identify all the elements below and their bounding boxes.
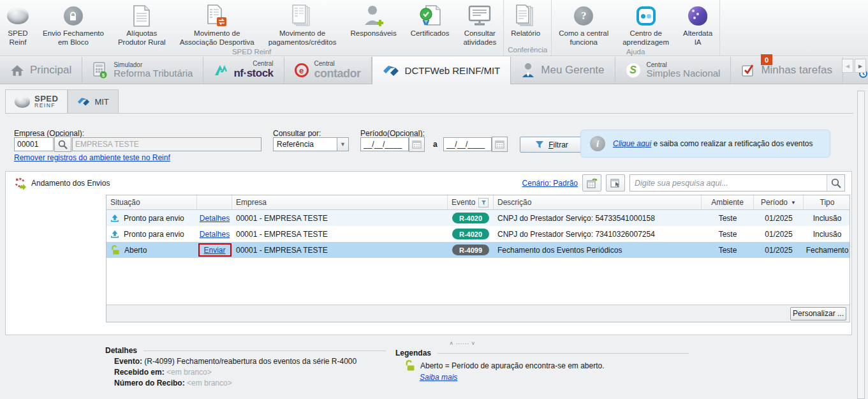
subtab-mit[interactable]: MIT xyxy=(68,89,118,113)
saiba-mais-link[interactable]: Saiba mais xyxy=(420,373,457,382)
ribbon-group-label-conferencia: Conferência xyxy=(504,45,551,56)
tab-central-simples-nacional[interactable]: S Central Simples Nacional xyxy=(615,57,732,84)
tab-simples-text: Central Simples Nacional xyxy=(647,62,721,79)
relatorio-label: Relatório xyxy=(511,29,540,38)
receita-logo-icon xyxy=(383,64,399,77)
filtrar-button[interactable]: Filtrar xyxy=(520,137,584,153)
table-row[interactable]: Pronto para envio Detalhes 00001 - EMPRE… xyxy=(107,210,850,226)
cenario-padrao-link[interactable]: Cenário: Padrão xyxy=(522,179,578,188)
question-circle-icon: ? xyxy=(574,4,593,28)
filter-funnel-icon xyxy=(535,140,544,149)
col-periodo[interactable]: Período ▼ xyxy=(754,195,804,209)
remover-registros-link[interactable]: Remover registros do ambiente teste no R… xyxy=(14,153,170,162)
tab-nfstock[interactable]: Central nf·stock xyxy=(203,57,284,84)
chevron-down-icon[interactable]: ▼ xyxy=(337,137,349,151)
scroll-tabs-right-button[interactable]: ► xyxy=(855,59,866,73)
col-situacao[interactable]: Situação xyxy=(107,195,197,209)
detalhes-link[interactable]: Detalhes xyxy=(200,230,230,239)
splitter-handle[interactable]: ˄ ∙∙∙∙∙∙ ˅ xyxy=(450,340,476,347)
tab-dctfweb-label: DCTFWeb REINF/MIT xyxy=(405,65,501,76)
movimento-pagamentos-button[interactable]: Movimento de pagamentos/créditos xyxy=(261,3,344,47)
content-area: SPED REINF MIT Empresa (Opcional): Remov… xyxy=(0,84,868,399)
tab-minhas-tarefas[interactable]: Minhas tarefas xyxy=(731,57,843,84)
evento-filter-button[interactable] xyxy=(478,198,489,207)
table-row[interactable]: Pronto para envio Detalhes 00001 - EMPRE… xyxy=(107,226,850,242)
consultar-por-select[interactable]: Referência ▼ xyxy=(273,137,349,151)
tipo-cell: Inclusão xyxy=(804,226,851,242)
col-acao[interactable] xyxy=(197,195,232,209)
descricao-cell: CNPJ do Prestador Serviço: 7341032600725… xyxy=(494,226,702,242)
svg-text:$: $ xyxy=(102,72,105,78)
certificados-button[interactable]: Certificados xyxy=(404,3,457,38)
lock-circle-icon xyxy=(64,4,83,28)
empresa-code-input[interactable] xyxy=(14,137,54,151)
clique-aqui-link[interactable]: Clique aqui xyxy=(613,139,651,148)
periodo-end-input[interactable] xyxy=(443,137,492,151)
grid-search-input[interactable] xyxy=(630,175,827,191)
consultar-atividades-button[interactable]: Consultar atividades xyxy=(456,3,503,47)
consultar-por-label: Consultar por: xyxy=(273,129,321,138)
table-row-selected[interactable]: Aberto Enviar 00001 - EMPRESA TESTE R-40… xyxy=(107,242,850,258)
sped-sphere-small-icon xyxy=(15,96,30,108)
contador-logo-icon: e xyxy=(295,63,309,77)
document-sync-icon xyxy=(207,4,227,28)
col-descricao[interactable]: Descrição xyxy=(494,195,702,209)
periodo-cell: 01/2025 xyxy=(754,242,804,258)
periodo-end-calendar-button[interactable] xyxy=(492,137,508,152)
app-window: { "ribbon": { "groups": [ { "label": "SP… xyxy=(0,0,868,399)
tab-central-contador[interactable]: e Central contador xyxy=(284,57,372,84)
como-central-funciona-button[interactable]: ? Como a central funciona xyxy=(552,3,615,47)
documents-stack-icon xyxy=(291,4,313,28)
empresa-search-button[interactable] xyxy=(54,137,71,152)
tab-simulador-reforma[interactable]: $ Simulador Reforma Tributária xyxy=(82,57,203,84)
periodo-start-input[interactable] xyxy=(360,137,409,151)
legends-title: Legendas xyxy=(395,349,431,358)
aliquotas-produtor-rural-button[interactable]: Alíquotas Produtor Rural xyxy=(111,3,173,47)
enviar-link[interactable]: Enviar xyxy=(204,246,226,255)
recebido-label: Recebido em: xyxy=(114,368,165,377)
sort-desc-icon: ▼ xyxy=(791,200,796,206)
tab-meu-gerente[interactable]: Meu Gerente xyxy=(511,57,615,84)
main-tabbar: Principal $ Simulador Reforma Tributária… xyxy=(0,57,868,84)
col-tipo[interactable]: Tipo xyxy=(804,195,851,209)
ribbon-group-sped-reinf: SPED Reinf Envio Fechamento em Bloco Alí… xyxy=(0,0,504,56)
centro-aprendizagem-button[interactable]: Centro de aprendizagem xyxy=(615,3,676,47)
col-evento-label: Evento xyxy=(452,198,475,207)
send-progress-icon xyxy=(13,177,26,190)
details-recibo-row: Número do Recibo: <em branco> xyxy=(114,379,386,388)
personalizar-button[interactable]: Personalizar ... xyxy=(790,307,846,320)
scroll-tabs-left-button[interactable]: ◄ xyxy=(842,59,853,73)
sped-sphere-icon xyxy=(7,4,29,28)
envio-fechamento-bloco-button[interactable]: Envio Fechamento em Bloco xyxy=(36,3,111,47)
col-evento[interactable]: Evento xyxy=(448,195,494,209)
empresa-cell: 00001 - EMPRESA TESTE xyxy=(232,242,448,258)
info-icon: i xyxy=(590,136,605,151)
sped-reinf-button[interactable]: SPED Reinf xyxy=(0,3,36,47)
scenario-grid-button[interactable] xyxy=(582,174,601,192)
tab-principal[interactable]: Principal xyxy=(0,57,82,84)
grid-search xyxy=(629,174,845,192)
collapsed-side-panel[interactable] xyxy=(857,91,865,399)
info-banner: i Clique aqui e saiba como realizar a re… xyxy=(580,130,830,158)
tipo-cell: Inclusão xyxy=(804,210,851,226)
responsaveis-button[interactable]: Responsáveis xyxy=(343,3,403,38)
subtab-sped-reinf[interactable]: SPED REINF xyxy=(5,89,68,113)
movimento-associacao-label: Movimento de Associação Desportiva xyxy=(180,29,254,47)
relatorio-button[interactable]: Relatório xyxy=(504,3,547,38)
detalhes-link[interactable]: Detalhes xyxy=(200,214,230,223)
tab-scroll-nav: ◄ ► xyxy=(842,59,866,73)
legends-panel: Legendas Aberto = Período de apuração en… xyxy=(395,349,689,382)
tab-dctfweb-reinf-mit[interactable]: DCTFWeb REINF/MIT xyxy=(372,57,511,84)
col-ambiente[interactable]: Ambiente xyxy=(702,195,754,209)
envio-fechamento-label: Envio Fechamento em Bloco xyxy=(43,29,104,47)
periodo-start-calendar-button[interactable] xyxy=(409,137,425,152)
home-icon xyxy=(10,64,24,77)
movimento-associacao-desportiva-button[interactable]: Movimento de Associação Desportiva xyxy=(173,3,261,47)
alterdata-ia-button[interactable]: Alterdata IA xyxy=(676,3,719,47)
column-select-button[interactable] xyxy=(606,174,625,192)
calendar-icon xyxy=(495,140,504,149)
empresa-name-input[interactable] xyxy=(72,137,261,151)
grid-search-button[interactable] xyxy=(827,175,844,191)
descricao-cell: Fechamento dos Eventos Periódicos xyxy=(494,242,702,258)
col-empresa[interactable]: Empresa xyxy=(232,195,448,209)
